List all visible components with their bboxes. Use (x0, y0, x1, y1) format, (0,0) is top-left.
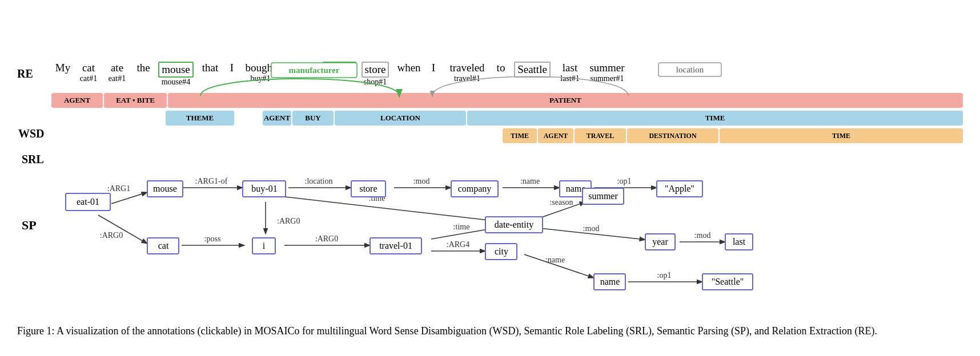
svg-text::time: :time (453, 222, 470, 231)
node-seattle: "Seattle" (712, 277, 744, 286)
token-at: at (281, 62, 298, 84)
svg-text::season: :season (549, 198, 573, 207)
token-when: when (392, 62, 425, 84)
svg-text::name: :name (545, 256, 565, 264)
srl-location: LOCATION (335, 111, 466, 126)
srl-bars: AGENT EAT • BITE PATIENT THEME AGENT BUY… (51, 92, 963, 144)
node-i: i (263, 241, 266, 250)
svg-text::ARG0: :ARG0 (100, 231, 123, 240)
token-traveled: traveled travel#1 (441, 62, 493, 83)
node-store: store (359, 184, 377, 193)
token-last: last last#1 (556, 62, 584, 83)
svg-text::location: :location (305, 177, 333, 185)
token-store: store shop#1 (358, 62, 392, 87)
node-apple: "Apple" (665, 184, 694, 194)
token-i1: I (224, 62, 240, 84)
srl-agent-3: AGENT (538, 128, 573, 143)
token-apple: Apple (321, 62, 358, 88)
token-summer: summer summer#1 (584, 62, 630, 83)
svg-text::op1: :op1 (617, 177, 632, 185)
srl-travel: TRAVEL (575, 128, 626, 143)
svg-text::mod: :mod (413, 177, 430, 185)
token-ate: ate eat#1 (103, 62, 131, 83)
node-eat01: eat-01 (77, 197, 99, 207)
srl-agent-2: AGENT (263, 111, 291, 126)
node-dateentity: date-entity (495, 220, 533, 230)
sp-label: SP (22, 218, 37, 233)
sp-section: SP :ARG1 :ARG1-of :location :mod (51, 149, 963, 315)
svg-text::ARG4: :ARG4 (447, 240, 469, 249)
node-cat: cat (158, 241, 169, 250)
token-my: My (51, 62, 74, 84)
node-last: last (733, 237, 746, 246)
srl-row-3: TIME AGENT TRAVEL DESTINATION TIME (51, 128, 963, 144)
srl-time-3b: TIME (720, 128, 963, 143)
srl-theme: THEME (166, 111, 234, 126)
node-city: city (495, 246, 508, 257)
sentence-row: My cat cat#1 ate eat#1 the mouse mouse#4 (51, 62, 963, 88)
node-travel01: travel-01 (379, 241, 412, 250)
token-the2: the (298, 62, 321, 84)
node-summer: summer (588, 191, 618, 201)
svg-text::name: :name (520, 177, 540, 185)
token-bought: bought buy#1 (240, 62, 281, 83)
svg-text::poss: :poss (204, 234, 221, 243)
svg-text::mod: :mod (694, 231, 711, 240)
token-i2: I (425, 62, 441, 84)
srl-patient: PATIENT (168, 93, 963, 108)
token-the1: the (131, 62, 155, 84)
srl-eat-bite: EAT • BITE (104, 93, 167, 108)
svg-text::mod: :mod (583, 224, 600, 233)
token-that: that (196, 62, 224, 84)
svg-text::ARG0: :ARG0 (315, 234, 338, 243)
word-my: My (51, 62, 74, 74)
svg-text::ARG0: :ARG0 (277, 217, 300, 225)
node-year: year (652, 237, 668, 247)
srl-row-2: THEME AGENT BUY LOCATION TIME (51, 110, 963, 126)
svg-text::op1: :op1 (657, 271, 672, 280)
node-name2: name (600, 277, 620, 286)
token-cat: cat cat#1 (74, 62, 103, 83)
svg-line-0 (111, 192, 147, 204)
wsd-label: WSD (18, 127, 45, 140)
token-seattle: Seattle (509, 62, 556, 88)
re-label: RE (17, 67, 33, 80)
node-mouse: mouse (153, 184, 177, 193)
srl-time-3a: TIME (503, 128, 537, 143)
node-company: company (458, 184, 492, 194)
sp-diagram: :ARG1 :ARG1-of :location :mod :name :op1… (51, 149, 963, 315)
srl-destination: DESTINATION (627, 128, 718, 143)
node-buy01: buy-01 (251, 184, 277, 194)
srl-agent-1: AGENT (51, 93, 103, 108)
srl-buy: BUY (292, 111, 334, 126)
svg-text::ARG1: :ARG1 (107, 184, 130, 193)
figure-caption: Figure 1: A visualization of the annotat… (17, 323, 963, 339)
srl-time-2: TIME (467, 111, 963, 126)
token-to: to (493, 62, 509, 84)
srl-row-1: AGENT EAT • BITE PATIENT (51, 92, 963, 108)
svg-text::ARG1-of: :ARG1-of (195, 177, 228, 185)
srl-label: SRL (22, 153, 44, 166)
svg-line-20 (280, 196, 494, 221)
token-mouse: mouse mouse#4 (155, 62, 196, 87)
